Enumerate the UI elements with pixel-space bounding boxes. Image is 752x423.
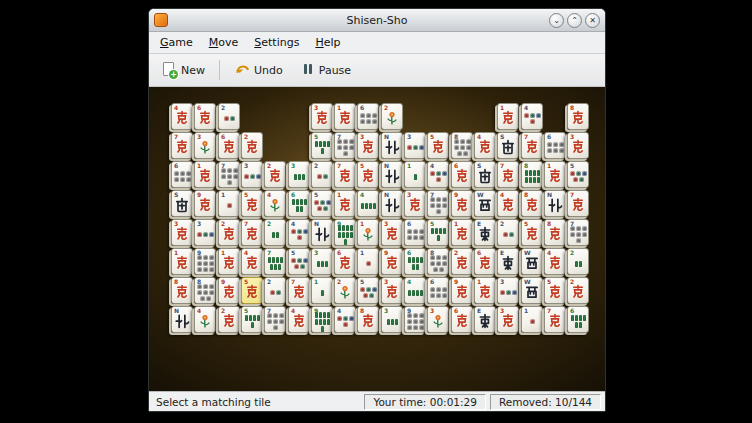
mahjong-tile-bam-7[interactable]: 7 xyxy=(264,248,286,275)
mahjong-tile-char-5[interactable]: 5 xyxy=(241,190,263,217)
new-button[interactable]: + New xyxy=(155,59,212,81)
mahjong-tile-dot-3[interactable]: 3 xyxy=(241,161,263,188)
mahjong-tile-char-3[interactable]: 3 xyxy=(381,219,403,246)
mahjong-tile-char-1[interactable]: 1 xyxy=(218,248,240,275)
mahjong-tile-bam-4[interactable]: 4 xyxy=(357,190,379,217)
mahjong-tile-char-7[interactable]: 7 xyxy=(334,161,356,188)
mahjong-tile-dot-6[interactable]: 6 xyxy=(171,161,193,188)
mahjong-tile-char-4[interactable]: 4 xyxy=(474,132,496,159)
mahjong-tile-wind-s[interactable]: S xyxy=(474,161,496,188)
mahjong-tile-wind-w[interactable]: W xyxy=(521,277,543,304)
mahjong-tile-dot-5[interactable]: 5 xyxy=(567,161,589,188)
mahjong-tile-flower-4[interactable]: 4 xyxy=(194,306,216,333)
mahjong-tile-char-4[interactable]: 4 xyxy=(241,248,263,275)
mahjong-tile-char-4[interactable]: 4 xyxy=(171,103,193,130)
mahjong-tile-char-6[interactable]: 6 xyxy=(218,132,240,159)
mahjong-tile-char-3[interactable]: 3 xyxy=(357,132,379,159)
mahjong-tile-wind-w[interactable]: W xyxy=(474,190,496,217)
undo-button[interactable]: Undo xyxy=(227,58,290,83)
mahjong-tile-dot-7[interactable]: 7 xyxy=(218,161,240,188)
mahjong-tile-char-1[interactable]: 1 xyxy=(474,277,496,304)
mahjong-tile-bam-9[interactable]: 9 xyxy=(311,306,333,333)
mahjong-tile-char-9[interactable]: 9 xyxy=(451,277,473,304)
mahjong-tile-flower-1[interactable]: 1 xyxy=(357,219,379,246)
mahjong-tile-dot-8[interactable]: 8 xyxy=(427,248,449,275)
mahjong-tile-dot-7[interactable]: 7 xyxy=(427,190,449,217)
mahjong-tile-flower-4[interactable]: 4 xyxy=(264,190,286,217)
mahjong-tile-bam-1[interactable]: 1 xyxy=(404,161,426,188)
mahjong-tile-char-8[interactable]: 8 xyxy=(544,219,566,246)
mahjong-tile-dot-1[interactable]: 1 xyxy=(218,190,240,217)
title-bar[interactable]: Shisen-Sho ⌄ ⌃ ✕ xyxy=(149,9,605,32)
mahjong-tile-dot-9[interactable]: 9 xyxy=(404,306,426,333)
mahjong-tile-char-5[interactable]: 5 xyxy=(241,277,263,304)
mahjong-tile-char-5[interactable]: 5 xyxy=(544,277,566,304)
mahjong-tile-wind-n[interactable]: N xyxy=(381,132,403,159)
mahjong-tile-dot-9[interactable]: 9 xyxy=(194,248,216,275)
mahjong-tile-dot-4[interactable]: 4 xyxy=(521,103,543,130)
mahjong-tile-wind-e[interactable]: E xyxy=(497,248,519,275)
mahjong-tile-dot-4[interactable]: 4 xyxy=(288,219,310,246)
mahjong-tile-char-1[interactable]: 1 xyxy=(334,103,356,130)
mahjong-tile-flower-2[interactable]: 2 xyxy=(381,103,403,130)
mahjong-tile-dot-5[interactable]: 5 xyxy=(288,248,310,275)
mahjong-tile-char-6[interactable]: 6 xyxy=(451,306,473,333)
mahjong-tile-dot-3[interactable]: 3 xyxy=(497,277,519,304)
mahjong-tile-char-4[interactable]: 4 xyxy=(288,306,310,333)
mahjong-tile-char-8[interactable]: 8 xyxy=(357,306,379,333)
minimize-button[interactable]: ⌄ xyxy=(549,13,564,28)
mahjong-tile-flower-3[interactable]: 3 xyxy=(194,132,216,159)
mahjong-tile-wind-s[interactable]: S xyxy=(171,190,193,217)
mahjong-tile-char-1[interactable]: 1 xyxy=(497,103,519,130)
mahjong-tile-wind-w[interactable]: W xyxy=(521,248,543,275)
mahjong-tile-char-1[interactable]: 1 xyxy=(171,248,193,275)
mahjong-tile-bam-5[interactable]: 5 xyxy=(241,306,263,333)
mahjong-tile-char-8[interactable]: 8 xyxy=(171,277,193,304)
mahjong-tile-char-8[interactable]: 8 xyxy=(567,103,589,130)
mahjong-tile-bam-6[interactable]: 6 xyxy=(288,190,310,217)
mahjong-tile-char-8[interactable]: 8 xyxy=(521,190,543,217)
mahjong-tile-dot-1[interactable]: 1 xyxy=(521,306,543,333)
mahjong-tile-bam-4[interactable]: 4 xyxy=(404,277,426,304)
mahjong-tile-char-9[interactable]: 9 xyxy=(194,190,216,217)
mahjong-tile-dot-5[interactable]: 5 xyxy=(311,190,333,217)
mahjong-tile-dot-7[interactable]: 7 xyxy=(567,219,589,246)
mahjong-tile-bam-3[interactable]: 3 xyxy=(288,161,310,188)
mahjong-tile-dot-1[interactable]: 1 xyxy=(357,248,379,275)
mahjong-tile-char-7[interactable]: 7 xyxy=(497,161,519,188)
mahjong-tile-dot-6[interactable]: 6 xyxy=(544,132,566,159)
mahjong-tile-char-5[interactable]: 5 xyxy=(521,219,543,246)
mahjong-tile-dot-7[interactable]: 7 xyxy=(264,306,286,333)
mahjong-tile-bam-3[interactable]: 3 xyxy=(381,306,403,333)
mahjong-tile-bam-9[interactable]: 9 xyxy=(334,219,356,246)
mahjong-tile-char-1[interactable]: 1 xyxy=(544,161,566,188)
mahjong-tile-char-3[interactable]: 3 xyxy=(381,277,403,304)
mahjong-tile-char-7[interactable]: 7 xyxy=(521,132,543,159)
mahjong-tile-char-1[interactable]: 1 xyxy=(451,219,473,246)
mahjong-tile-bam-2[interactable]: 2 xyxy=(264,219,286,246)
mahjong-tile-wind-n[interactable]: N xyxy=(311,219,333,246)
pause-button[interactable]: Pause xyxy=(294,59,358,82)
mahjong-tile-char-7[interactable]: 7 xyxy=(241,219,263,246)
mahjong-tile-wind-n[interactable]: N xyxy=(381,161,403,188)
mahjong-tile-flower-3[interactable]: 3 xyxy=(427,306,449,333)
mahjong-tile-char-6[interactable]: 6 xyxy=(474,248,496,275)
mahjong-tile-char-6[interactable]: 6 xyxy=(334,248,356,275)
mahjong-tile-wind-e[interactable]: E xyxy=(474,219,496,246)
mahjong-tile-bam-3[interactable]: 3 xyxy=(311,248,333,275)
mahjong-tile-char-2[interactable]: 2 xyxy=(241,132,263,159)
mahjong-tile-bam-6[interactable]: 6 xyxy=(567,306,589,333)
mahjong-tile-dot-2[interactable]: 2 xyxy=(264,277,286,304)
mahjong-tile-wind-n[interactable]: N xyxy=(171,306,193,333)
mahjong-tile-bam-8[interactable]: 8 xyxy=(521,161,543,188)
mahjong-tile-dot-6[interactable]: 6 xyxy=(404,219,426,246)
mahjong-tile-wind-n[interactable]: N xyxy=(544,190,566,217)
mahjong-tile-flower-2[interactable]: 2 xyxy=(334,277,356,304)
mahjong-tile-char-2[interactable]: 2 xyxy=(451,248,473,275)
mahjong-tile-char-1[interactable]: 1 xyxy=(194,161,216,188)
mahjong-tile-char-4[interactable]: 4 xyxy=(544,248,566,275)
menu-item-game[interactable]: Game xyxy=(153,34,200,51)
mahjong-tile-dot-3[interactable]: 3 xyxy=(404,132,426,159)
mahjong-tile-char-9[interactable]: 9 xyxy=(218,277,240,304)
mahjong-tile-char-3[interactable]: 3 xyxy=(311,103,333,130)
